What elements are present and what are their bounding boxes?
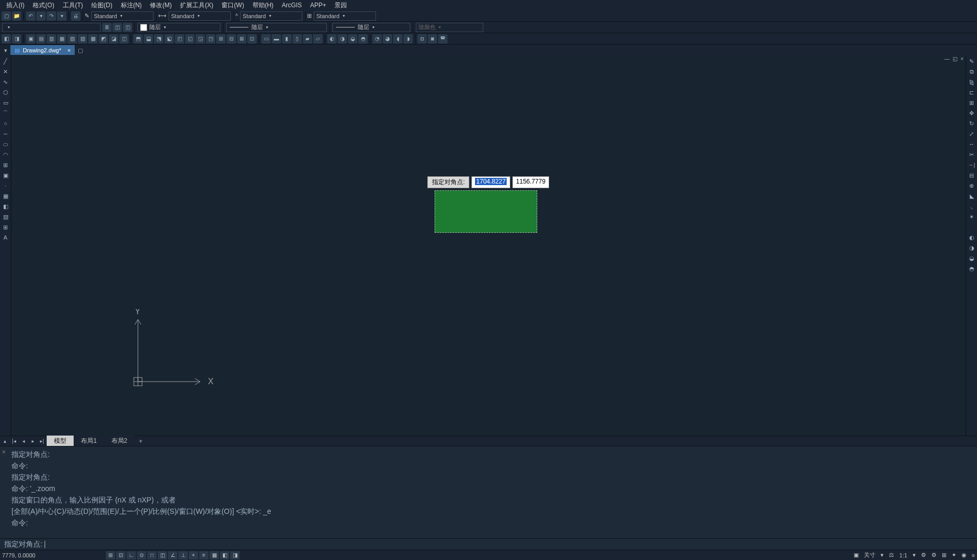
- viewport-min-icon[interactable]: —: [944, 56, 950, 62]
- rotate-tool-icon[interactable]: ↻: [967, 119, 976, 128]
- toolbtn-37[interactable]: ◖: [393, 34, 402, 44]
- viewport-restore-icon[interactable]: ◱: [953, 56, 957, 62]
- mtext-tool-icon[interactable]: A: [1, 233, 10, 242]
- offset-tool-icon[interactable]: ⊏: [967, 88, 976, 97]
- toolbtn-30[interactable]: ▱: [313, 34, 323, 44]
- file-tab-new-icon[interactable]: ▢: [76, 46, 85, 55]
- hw-accel-icon[interactable]: ✦: [952, 552, 956, 558]
- toolbtn-21[interactable]: ⊞: [216, 34, 226, 44]
- open-icon[interactable]: 📁: [12, 11, 21, 21]
- toolbtn-41[interactable]: ◚: [438, 34, 448, 44]
- toolbtn-22[interactable]: ⊟: [227, 34, 236, 44]
- move-tool-icon[interactable]: ✥: [967, 108, 976, 118]
- sc-mode-icon[interactable]: ◨: [230, 551, 240, 559]
- filetab-menu-icon[interactable]: ▾: [1, 46, 10, 55]
- table-tool-icon[interactable]: ⊞: [1, 222, 10, 232]
- osnap3d-mode-icon[interactable]: ◫: [158, 551, 167, 559]
- undo-dropdown-icon[interactable]: ▾: [36, 11, 46, 21]
- toolbtn-27[interactable]: ▮: [282, 34, 291, 44]
- toolbtn-26[interactable]: ▬: [272, 34, 281, 44]
- isolate-icon[interactable]: ◉: [961, 552, 967, 558]
- layout-tab-1[interactable]: 布局1: [74, 436, 104, 446]
- toolbtn-25[interactable]: ▭: [261, 34, 271, 44]
- toolbtn-18[interactable]: ◱: [185, 34, 194, 44]
- toolbtn-35[interactable]: ◔: [372, 34, 382, 44]
- ducs-mode-icon[interactable]: ⊥: [178, 551, 188, 559]
- layer-uniso-icon[interactable]: ◫: [123, 23, 132, 32]
- break-tool-icon[interactable]: ⊟: [967, 171, 976, 180]
- rtbtn-18[interactable]: ◑: [967, 243, 976, 253]
- toolbtn-15[interactable]: ⬔: [154, 34, 163, 44]
- toolbtn-31[interactable]: ◐: [327, 34, 337, 44]
- toolbtn-10[interactable]: ◩: [99, 34, 108, 44]
- dynamic-input-y[interactable]: 1156.7779: [512, 176, 549, 188]
- layout-last-icon[interactable]: ▸|: [37, 437, 47, 446]
- toolbtn-23[interactable]: ⊠: [237, 34, 246, 44]
- menu-window[interactable]: 窗口(W): [217, 1, 248, 10]
- qp-mode-icon[interactable]: ◧: [220, 551, 229, 559]
- layout-first-icon[interactable]: |◂: [9, 437, 19, 446]
- new-icon[interactable]: ▢: [2, 11, 11, 21]
- copy-tool-icon[interactable]: ⧉: [967, 67, 976, 76]
- point-tool-icon[interactable]: ·: [1, 181, 10, 190]
- circle-tool-icon[interactable]: ○: [1, 119, 10, 128]
- layout-tab-2[interactable]: 布局2: [104, 436, 135, 446]
- layout-next-icon[interactable]: ▸: [28, 437, 37, 446]
- ortho-mode-icon[interactable]: ∟: [127, 551, 136, 559]
- rtbtn-19[interactable]: ◒: [967, 254, 976, 263]
- color-dropdown[interactable]: 随层▾: [137, 23, 220, 32]
- transparency-mode-icon[interactable]: ▦: [210, 551, 219, 559]
- hatch-tool-icon[interactable]: ▦: [1, 191, 10, 201]
- toolbtn-29[interactable]: ▰: [303, 34, 312, 44]
- model-space-icon[interactable]: ▣: [854, 552, 859, 558]
- rtbtn-17[interactable]: ◐: [967, 233, 976, 242]
- menu-app[interactable]: APP+: [306, 2, 330, 9]
- join-tool-icon[interactable]: ⊕: [967, 181, 976, 190]
- ws-switch-icon[interactable]: ⊞: [942, 552, 946, 558]
- line-tool-icon[interactable]: ╱: [1, 57, 10, 66]
- menu-arcgis[interactable]: ArcGIS: [277, 2, 306, 9]
- make-block-icon[interactable]: ▣: [1, 171, 10, 180]
- menu-extend[interactable]: 扩展工具(X): [176, 1, 217, 10]
- toolbtn-3[interactable]: ▣: [26, 34, 35, 44]
- toolbtn-32[interactable]: ◑: [338, 34, 347, 44]
- annovis-1-icon[interactable]: ⚙: [921, 552, 926, 558]
- toolbtn-13[interactable]: ⬒: [133, 34, 143, 44]
- command-history[interactable]: × 指定对角点: 命令: 指定对角点: 命令: '_.zoom 指定窗口的角点，…: [0, 446, 977, 538]
- otrack-mode-icon[interactable]: ∠: [168, 551, 177, 559]
- osnap-mode-icon[interactable]: □: [147, 551, 157, 559]
- gradient-tool-icon[interactable]: ◧: [1, 202, 10, 211]
- fillet-tool-icon[interactable]: ◟: [967, 202, 976, 211]
- menu-annotate[interactable]: 标注(N): [117, 1, 146, 10]
- grid-mode-icon[interactable]: ⊡: [116, 551, 125, 559]
- menu-insert[interactable]: 插入(I): [2, 1, 29, 10]
- lineweight-dropdown[interactable]: 随层▾: [332, 23, 410, 32]
- dyn-mode-icon[interactable]: +: [189, 551, 198, 559]
- toolbtn-11[interactable]: ◪: [109, 34, 118, 44]
- layout-tab-model[interactable]: 模型: [47, 436, 74, 446]
- toolbtn-6[interactable]: ▦: [57, 34, 66, 44]
- scale-dropdown-icon[interactable]: ▾: [913, 552, 916, 558]
- annoscale-label[interactable]: 关寸: [864, 551, 875, 559]
- toolbtn-12[interactable]: ◫: [119, 34, 129, 44]
- dimstyle-dropdown[interactable]: Standard▾: [169, 11, 231, 21]
- toolbtn-5[interactable]: ▥: [47, 34, 56, 44]
- spline-tool-icon[interactable]: ∼: [1, 129, 10, 138]
- toolbtn-40[interactable]: ◙: [428, 34, 437, 44]
- ellipse-arc-tool-icon[interactable]: ◠: [1, 150, 10, 159]
- style-dropdown[interactable]: Standard▾: [91, 11, 153, 21]
- chamfer-tool-icon[interactable]: ◣: [967, 191, 976, 201]
- insert-block-icon[interactable]: ⊞: [1, 160, 10, 170]
- toolbtn-28[interactable]: ▯: [292, 34, 302, 44]
- layout-tab-add[interactable]: +: [134, 438, 147, 445]
- undo-icon[interactable]: ↶: [26, 11, 35, 21]
- toolbtn-38[interactable]: ◗: [403, 34, 413, 44]
- menu-draw[interactable]: 绘图(D): [87, 1, 117, 10]
- linetype-dropdown[interactable]: 随层▾: [226, 23, 327, 32]
- layer-iso-icon[interactable]: ◫: [113, 23, 122, 32]
- explode-tool-icon[interactable]: ✶: [967, 212, 976, 221]
- menu-modify[interactable]: 修改(M): [146, 1, 176, 10]
- region-tool-icon[interactable]: ▧: [1, 212, 10, 221]
- toolbtn-20[interactable]: ◳: [206, 34, 215, 44]
- file-tab-drawing2[interactable]: ▤ Drawing2.dwg* ×: [10, 45, 75, 55]
